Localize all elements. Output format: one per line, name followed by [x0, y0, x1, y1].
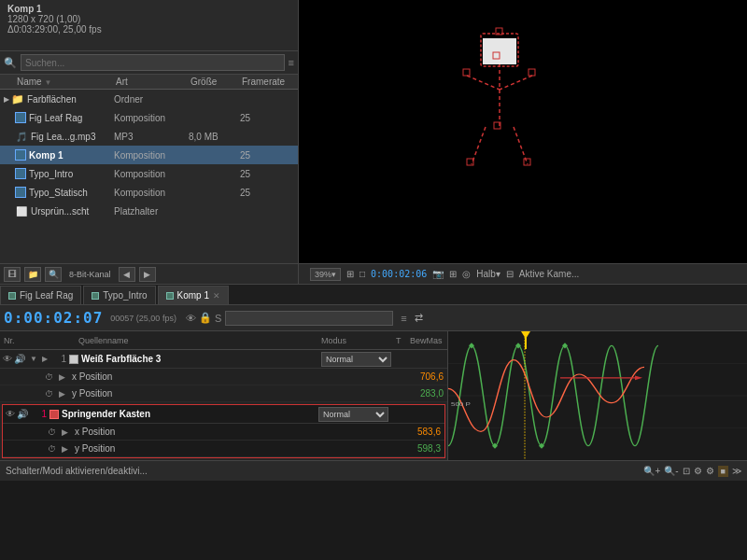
col-fps-header[interactable]: Framerate: [242, 77, 298, 87]
item-art: Komposition: [114, 169, 189, 179]
tab-label: Fig Leaf Rag: [20, 290, 73, 301]
tab-fig-leaf-rag[interactable]: Fig Leaf Rag: [0, 286, 81, 304]
tab-comp-icon: [8, 292, 16, 300]
timeline-header: 0:00:02:07 00057 (25,00 fps) 👁 🔒 S ≡ ⇄: [0, 305, 747, 331]
list-item[interactable]: Typo_Statisch Komposition 25: [0, 183, 298, 202]
layer-name: Springender Kasten: [62, 409, 318, 419]
layer-group-weiss: 👁 🔊 ▼ ▶ 1 Weiß Farbfläche 3 Normal: [0, 350, 447, 402]
item-art: Platzhalter: [114, 206, 189, 217]
expand-icon[interactable]: ▶: [58, 426, 71, 439]
grid-icon[interactable]: ⊞: [449, 269, 457, 279]
expand-icon[interactable]: ▶: [55, 371, 68, 384]
color-wheel-icon[interactable]: ◎: [462, 269, 471, 279]
layer-row[interactable]: 👁 🔊 ▼ ▶ 1 Weiß Farbfläche 3 Normal: [0, 350, 447, 369]
transfer-icon[interactable]: ⇄: [415, 312, 423, 324]
list-item[interactable]: 🎵 Fig Lea...g.mp3 MP3 8,0 MB: [0, 127, 298, 146]
audio-icon[interactable]: 🔊: [17, 409, 28, 419]
prop-name: y Position: [68, 388, 396, 399]
col-art-header[interactable]: Art: [116, 77, 190, 87]
project-resolution: 1280 x 720 (1,00): [7, 14, 290, 24]
preview-icon-2[interactable]: □: [359, 269, 365, 279]
preview-panel: 39%▾ ⊞ □ 0:00:02:06 📷 ⊞ ◎ Halb▾ ⊟ Aktive…: [299, 0, 747, 284]
list-item[interactable]: Fig Leaf Rag Komposition 25: [0, 108, 298, 127]
eye-icon[interactable]: 👁: [186, 313, 196, 324]
zoom-in-icon[interactable]: 🔍+: [643, 466, 660, 477]
item-fps: 25: [240, 169, 296, 179]
item-art: Komposition: [114, 150, 189, 161]
new-item-button[interactable]: 🎞: [4, 267, 21, 282]
timeline-search-input[interactable]: [225, 311, 393, 326]
layer-row[interactable]: 👁 🔊 1 Springender Kasten Normal: [3, 405, 444, 424]
tab-typo-intro[interactable]: Typo_Intro: [83, 286, 155, 304]
tab-close-icon[interactable]: ✕: [213, 291, 220, 301]
active-btn[interactable]: ■: [718, 466, 728, 477]
folder-icon: 📁: [11, 92, 24, 105]
tabs-bar: Fig Leaf Rag Typo_Intro Komp 1 ✕: [0, 285, 747, 305]
prop-value-x: 583,6: [393, 427, 444, 437]
scroll-right-button[interactable]: ▶: [139, 267, 156, 282]
folder-button[interactable]: 📁: [24, 267, 41, 282]
stopwatch-icon[interactable]: ⏱: [45, 426, 58, 439]
solo-icon[interactable]: S: [215, 313, 221, 324]
layer-expand-btn2[interactable]: ▶: [39, 354, 50, 365]
scroll-left-button[interactable]: ◀: [119, 267, 135, 282]
item-fps: 25: [240, 188, 296, 198]
prop-name: y Position: [71, 443, 393, 454]
timeline-options-icon[interactable]: ≡: [401, 313, 406, 324]
col-header-bewmas: BewMas: [410, 336, 447, 345]
layer-mode-select[interactable]: Normal: [318, 407, 388, 422]
project-table-header: Name ▼ Art Größe Framerate: [0, 75, 298, 90]
item-art: Komposition: [114, 113, 189, 123]
menu-icon[interactable]: ≡: [289, 57, 294, 68]
item-name: Fig Leaf Rag: [29, 113, 114, 123]
timeline-section: 0:00:02:07 00057 (25,00 fps) 👁 🔒 S ≡ ⇄ N…: [0, 305, 747, 481]
col-name-header[interactable]: Name ▼: [0, 77, 116, 87]
settings-icon-2[interactable]: ⚙: [706, 466, 714, 477]
layer-expand-btn[interactable]: ▼: [28, 354, 39, 365]
expand-icon[interactable]: ▶: [55, 387, 68, 400]
item-name: Fig Lea...g.mp3: [31, 132, 114, 142]
project-search-input[interactable]: [21, 54, 285, 71]
layer-mode-container: Normal: [321, 352, 396, 367]
zoom-out-icon[interactable]: 🔍-: [664, 466, 678, 477]
layer-mode-select[interactable]: Normal: [321, 352, 391, 367]
audio-icon[interactable]: 🔊: [14, 354, 25, 364]
list-item[interactable]: Komp 1 Komposition 25: [0, 146, 298, 164]
item-art: Ordner: [114, 94, 189, 105]
layer-name: Weiß Farbfläche 3: [81, 354, 321, 364]
sort-icon: ▼: [44, 78, 51, 87]
project-toolbar: 🎞 📁 🔍 8-Bit-Kanal ◀ ▶: [0, 263, 298, 284]
stopwatch-icon[interactable]: ⏱: [42, 371, 55, 384]
camera-label[interactable]: Aktive Kame...: [519, 269, 579, 279]
lock-icon[interactable]: 🔒: [199, 312, 212, 324]
camera-icon: 📷: [432, 269, 444, 279]
playhead-arrow: [521, 331, 530, 339]
col-size-header[interactable]: Größe: [190, 77, 242, 87]
visibility-icon[interactable]: 👁: [6, 409, 15, 419]
list-item[interactable]: ⬜ Ursprün...scht Platzhalter: [0, 202, 298, 220]
list-item[interactable]: ▶ 📁 Farbflächen Ordner: [0, 90, 298, 108]
layer-number: 1: [50, 354, 69, 364]
expand-icon[interactable]: ▶: [58, 442, 71, 455]
stopwatch-icon[interactable]: ⏱: [45, 442, 58, 455]
timeline-graph: 0:00s 02 04s 06s: [448, 331, 747, 460]
tab-label: Komp 1: [177, 290, 209, 301]
visibility-icon[interactable]: 👁: [3, 354, 12, 364]
list-item[interactable]: Typo_Intro Komposition 25: [0, 164, 298, 183]
svg-rect-7: [483, 38, 516, 64]
settings-icon-1[interactable]: ⚙: [694, 466, 702, 477]
search-icon: 🔍: [4, 57, 17, 69]
search-button[interactable]: 🔍: [45, 267, 62, 282]
status-text: Schalter/Modi aktivieren/deaktivi...: [6, 466, 643, 476]
project-panel: Komp 1 1280 x 720 (1,00) Δ0:03:29:00, 25…: [0, 0, 299, 284]
zoom-select[interactable]: 39%▾: [310, 268, 341, 281]
stopwatch-icon[interactable]: ⏱: [42, 387, 55, 400]
tab-komp-1[interactable]: Komp 1 ✕: [158, 286, 229, 304]
prop-value-x: 706,6: [396, 371, 447, 382]
item-fps: 25: [240, 113, 296, 123]
preview-icon-1[interactable]: ⊞: [346, 269, 354, 279]
svg-rect-0: [299, 1, 747, 262]
fit-icon[interactable]: ⊡: [683, 466, 690, 477]
quality-select[interactable]: Halb▾: [476, 269, 500, 279]
more-icon[interactable]: ≫: [732, 466, 741, 477]
